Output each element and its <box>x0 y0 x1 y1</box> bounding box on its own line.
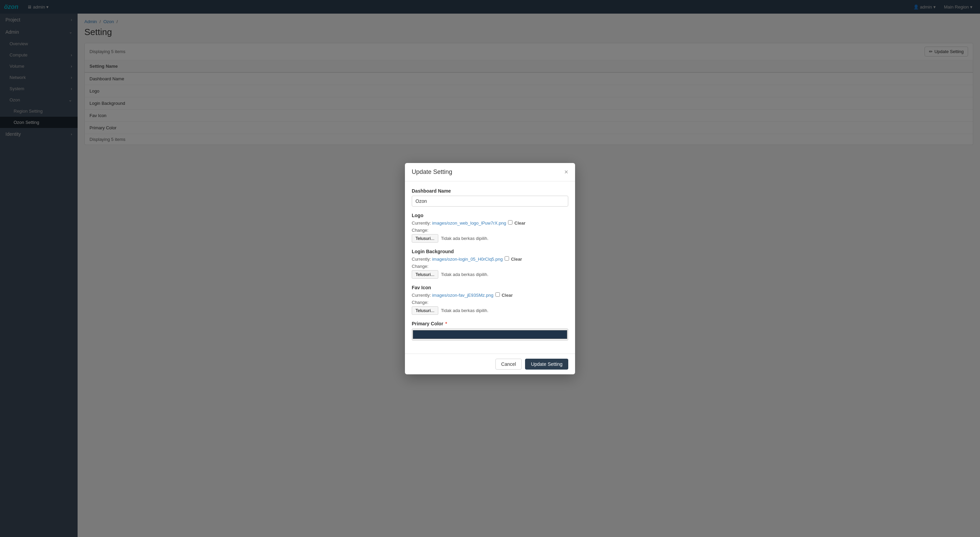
fav-icon-clear-checkbox[interactable] <box>495 292 500 297</box>
modal-close-button[interactable]: × <box>564 169 568 175</box>
fav-icon-currently-label: Currently: images/ozon-fav_jE93SMz.png C… <box>412 292 568 298</box>
fav-icon-field: Fav Icon Currently: images/ozon-fav_jE93… <box>412 285 568 315</box>
login-background-currently-label: Currently: images/ozon-login_05_H0rClq5.… <box>412 256 568 262</box>
dashboard-name-input[interactable] <box>412 196 568 207</box>
logo-browse-button[interactable]: Telusuri... <box>412 234 438 243</box>
login-background-current-file-link[interactable]: images/ozon-login_05_H0rClq5.png <box>432 257 503 262</box>
logo-clear-checkbox[interactable] <box>508 220 512 225</box>
cancel-button[interactable]: Cancel <box>495 359 522 370</box>
logo-file-row: Telusuri... Tidak ada berkas dipilih. <box>412 234 568 243</box>
login-background-clear-checkbox[interactable] <box>504 256 509 261</box>
modal-title: Update Setting <box>412 169 452 175</box>
update-setting-modal: Update Setting × Dashboard Name Logo Cur… <box>405 163 575 374</box>
fav-icon-file-row: Telusuri... Tidak ada berkas dipilih. <box>412 306 568 315</box>
modal-header: Update Setting × <box>405 163 575 182</box>
logo-label: Logo <box>412 213 568 218</box>
dashboard-name-label: Dashboard Name <box>412 188 568 194</box>
fav-icon-clear-label: Clear <box>501 293 513 298</box>
fav-icon-label: Fav Icon <box>412 285 568 290</box>
modal-body: Dashboard Name Logo Currently: images/oz… <box>405 182 575 354</box>
primary-color-input[interactable] <box>412 328 568 341</box>
login-background-no-file-label: Tidak ada berkas dipilih. <box>441 272 488 277</box>
logo-no-file-label: Tidak ada berkas dipilih. <box>441 236 488 241</box>
required-indicator: * <box>445 321 447 327</box>
modal-footer: Cancel Update Setting <box>405 354 575 374</box>
logo-field: Logo Currently: images/ozon_web_logo_lPu… <box>412 213 568 243</box>
fav-icon-current-file-link[interactable]: images/ozon-fav_jE93SMz.png <box>432 293 493 298</box>
login-background-browse-button[interactable]: Telusuri... <box>412 270 438 279</box>
submit-button[interactable]: Update Setting <box>525 359 568 370</box>
login-background-field: Login Background Currently: images/ozon-… <box>412 249 568 279</box>
fav-icon-browse-button[interactable]: Telusuri... <box>412 306 438 315</box>
logo-change-label: Change: <box>412 228 568 233</box>
primary-color-label: Primary Color * <box>412 321 568 327</box>
primary-color-field: Primary Color * <box>412 321 568 341</box>
modal-overlay: Update Setting × Dashboard Name Logo Cur… <box>0 0 980 537</box>
logo-clear-label: Clear <box>514 220 526 226</box>
fav-icon-no-file-label: Tidak ada berkas dipilih. <box>441 308 488 313</box>
dashboard-name-field: Dashboard Name <box>412 188 568 207</box>
logo-current-file-link[interactable]: images/ozon_web_logo_lPuw7rX.png <box>432 220 506 226</box>
logo-currently-label: Currently: images/ozon_web_logo_lPuw7rX.… <box>412 220 568 226</box>
login-background-label: Login Background <box>412 249 568 254</box>
login-background-clear-label: Clear <box>511 257 522 262</box>
fav-icon-change-label: Change: <box>412 300 568 305</box>
login-background-change-label: Change: <box>412 264 568 269</box>
login-background-file-row: Telusuri... Tidak ada berkas dipilih. <box>412 270 568 279</box>
